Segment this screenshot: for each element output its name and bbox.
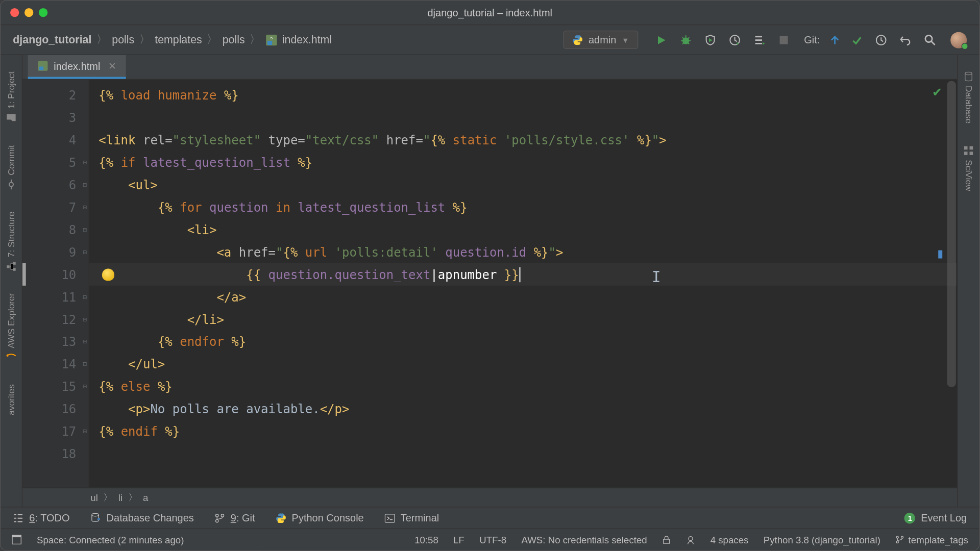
git-update-button[interactable] xyxy=(828,33,842,47)
fold-icon[interactable]: ⊟ xyxy=(83,360,87,368)
analysis-ok-icon[interactable]: ✔ xyxy=(932,85,942,100)
aws-explorer-tool-button[interactable]: AWS Explorer xyxy=(4,282,19,373)
svg-point-21 xyxy=(215,519,218,522)
git-commit-button[interactable] xyxy=(850,33,864,47)
status-line-separator[interactable]: LF xyxy=(453,534,464,545)
line-number[interactable]: 5⊟ xyxy=(22,151,88,173)
profile-button[interactable] xyxy=(728,33,742,47)
status-bar: Space: Connected (2 minutes ago) 10:58 L… xyxy=(1,529,979,550)
terminal-button[interactable]: Terminal xyxy=(384,512,439,524)
line-number[interactable]: 6⊟ xyxy=(22,173,88,196)
breadcrumb-item[interactable]: templates xyxy=(155,34,202,46)
fold-icon[interactable]: ⊟ xyxy=(83,248,87,256)
svg-rect-9 xyxy=(13,268,15,270)
line-number[interactable]: 9⊟ xyxy=(22,241,88,263)
fold-icon[interactable]: ⊟ xyxy=(83,338,87,346)
svg-text:5: 5 xyxy=(270,36,273,40)
run-configuration-selector[interactable]: admin ▼ xyxy=(564,31,638,49)
traffic-lights xyxy=(10,8,47,17)
python-console-button[interactable]: Python Console xyxy=(276,512,364,524)
line-number[interactable]: 17⊟ xyxy=(22,420,88,443)
chevron-right-icon: 〉 xyxy=(96,33,107,47)
branch-icon xyxy=(895,535,904,544)
html-file-icon: 5 xyxy=(265,34,278,46)
svg-point-20 xyxy=(215,514,218,516)
fold-icon[interactable]: ⊟ xyxy=(83,226,87,234)
todo-tool-button[interactable]: 6: TODO xyxy=(13,512,69,524)
line-number[interactable]: 13⊟ xyxy=(22,331,88,353)
breadcrumb-file[interactable]: index.html xyxy=(282,34,332,46)
line-number[interactable]: 18 xyxy=(22,443,88,465)
status-hide-toolwindows[interactable] xyxy=(12,535,22,545)
stop-button[interactable] xyxy=(777,33,791,47)
git-revert-button[interactable] xyxy=(899,33,913,47)
concurrency-button[interactable] xyxy=(752,33,766,47)
fold-icon[interactable]: ⊟ xyxy=(83,293,87,301)
project-tool-button[interactable]: 1: Project xyxy=(4,61,19,134)
search-everywhere-button[interactable] xyxy=(923,33,937,47)
status-interpreter[interactable]: Python 3.8 (django_tutorial) xyxy=(764,534,880,545)
line-number[interactable]: 14⊟ xyxy=(22,353,88,375)
editor-body[interactable]: ✔ I 2 3 4 5⊟ 6⊟ 7⊟ 8⊟ 9⊟ 10 11⊟ 12⊟ 13⊟ xyxy=(22,80,958,488)
user-avatar[interactable] xyxy=(950,32,967,48)
status-time[interactable]: 10:58 xyxy=(414,534,438,545)
fold-icon[interactable]: ⊟ xyxy=(83,428,87,435)
git-history-button[interactable] xyxy=(874,33,888,47)
commit-tool-button[interactable]: Commit xyxy=(4,134,19,200)
fold-icon[interactable]: ⊟ xyxy=(83,159,87,166)
database-changes-button[interactable]: Database Changes xyxy=(90,512,194,524)
database-tool-button[interactable]: Database xyxy=(961,61,976,135)
status-branch[interactable]: template_tags xyxy=(895,534,968,545)
sciview-tool-button[interactable]: SciView xyxy=(961,134,976,202)
status-aws[interactable]: AWS: No credentials selected xyxy=(521,534,647,545)
event-log-button[interactable]: 1 Event Log xyxy=(904,512,967,524)
editor-tab-index[interactable]: index.html ✕ xyxy=(28,55,126,79)
breadcrumb-item[interactable]: polls xyxy=(112,34,134,46)
status-indent[interactable]: 4 spaces xyxy=(710,534,749,545)
maximize-window-button[interactable] xyxy=(39,8,47,17)
line-number[interactable]: 12⊟ xyxy=(22,308,88,331)
line-number[interactable]: 7⊟ xyxy=(22,196,88,218)
svg-rect-18 xyxy=(970,152,973,155)
breadcrumb-element[interactable]: a xyxy=(143,492,148,503)
minimize-window-button[interactable] xyxy=(24,8,33,17)
status-inspection-icon[interactable] xyxy=(686,535,696,544)
git-tool-button[interactable]: 9: Git xyxy=(214,512,255,524)
run-button[interactable] xyxy=(654,33,668,47)
status-encoding[interactable]: UTF-8 xyxy=(479,534,506,545)
run-config-label: admin xyxy=(589,34,616,46)
fold-icon[interactable]: ⊟ xyxy=(83,316,87,323)
line-number[interactable]: 2 xyxy=(22,84,88,106)
git-label: Git: xyxy=(804,34,820,46)
favorites-tool-button[interactable]: avorites xyxy=(4,373,19,426)
aws-icon xyxy=(6,353,16,363)
breadcrumb-item[interactable]: django_tutorial xyxy=(13,34,91,46)
line-number[interactable]: 3 xyxy=(22,106,88,129)
breadcrumb-element[interactable]: ul xyxy=(90,492,98,503)
svg-point-30 xyxy=(901,536,903,538)
line-number[interactable]: 15⊟ xyxy=(22,375,88,398)
line-number[interactable]: 4 xyxy=(22,129,88,151)
line-number[interactable]: 10 xyxy=(22,263,88,286)
editor-tabs: index.html ✕ xyxy=(22,55,958,80)
close-tab-button[interactable]: ✕ xyxy=(108,61,116,71)
coverage-button[interactable] xyxy=(703,33,717,47)
commit-icon xyxy=(6,180,16,190)
line-number[interactable]: 16 xyxy=(22,398,88,420)
line-number[interactable]: 11⊟ xyxy=(22,286,88,308)
breadcrumb-item[interactable]: polls xyxy=(223,34,245,46)
debug-button[interactable] xyxy=(679,33,693,47)
line-number[interactable]: 8⊟ xyxy=(22,218,88,241)
breadcrumb-element[interactable]: li xyxy=(118,492,122,503)
status-lock-icon[interactable] xyxy=(662,535,671,544)
fold-icon[interactable]: ⊟ xyxy=(83,204,87,211)
structure-tool-button[interactable]: 7: Structure xyxy=(4,201,19,282)
fold-icon[interactable]: ⊟ xyxy=(83,181,87,189)
status-space[interactable]: Space: Connected (2 minutes ago) xyxy=(37,534,184,545)
fold-icon[interactable]: ⊟ xyxy=(83,383,87,390)
chevron-right-icon: 〉 xyxy=(207,33,217,47)
scrollbar-vertical[interactable] xyxy=(947,81,956,387)
close-window-button[interactable] xyxy=(10,8,19,17)
code-area[interactable]: {% load humanize %} <link rel="styleshee… xyxy=(89,80,958,488)
intention-bulb-icon[interactable] xyxy=(102,268,114,281)
